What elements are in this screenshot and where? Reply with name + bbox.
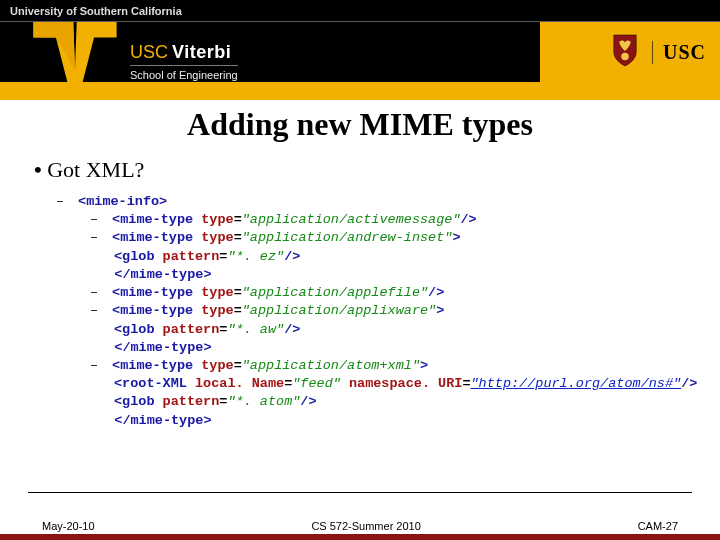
code-line-11: <root-XML local. Name="feed" namespace. … (56, 375, 692, 393)
code-line-6: – <mime-type type="application/applefile… (56, 284, 692, 302)
viterbi-school-line: School of Engineering (130, 65, 238, 81)
svg-point-0 (621, 53, 629, 61)
code-line-8: <glob pattern="*. aw"/> (56, 321, 692, 339)
usc-shield-block: USC (610, 33, 706, 71)
viterbi-text: USCViterbi School of Engineering (130, 42, 238, 81)
code-line-13: </mime-type> (56, 412, 692, 430)
bullet-got-xml: Got XML? (34, 157, 692, 183)
code-line-4: <glob pattern="*. ez"/> (56, 248, 692, 266)
usc-shield-icon (610, 33, 640, 71)
footer-date: May-20-10 (42, 520, 95, 532)
footer-divider (28, 492, 692, 493)
slide-body: Adding new MIME types Got XML? – <mime-i… (0, 100, 720, 430)
university-name: University of Southern California (10, 5, 182, 17)
usc-wordmark: USC (652, 41, 706, 64)
code-line-1: – <mime-info> (56, 193, 692, 211)
viterbi-usc-prefix: USC (130, 42, 168, 62)
code-line-9: </mime-type> (56, 339, 692, 357)
code-line-5: </mime-type> (56, 266, 692, 284)
slide-footer: May-20-10 CS 572-Summer 2010 CAM-27 (0, 492, 720, 540)
viterbi-logo-block: USCViterbi School of Engineering (30, 22, 238, 100)
header-gold-area: USC (540, 22, 720, 82)
slide-title: Adding new MIME types (28, 106, 692, 143)
footer-course: CS 572-Summer 2010 (311, 520, 420, 532)
code-line-10: – <mime-type type="application/atom+xml"… (56, 357, 692, 375)
viterbi-v-icon (30, 22, 120, 100)
code-line-7: – <mime-type type="application/applixwar… (56, 302, 692, 320)
xml-code-block: – <mime-info> – <mime-type type="applica… (56, 193, 692, 430)
code-line-12: <glob pattern="*. atom"/> (56, 393, 692, 411)
code-line-2: – <mime-type type="application/activemes… (56, 211, 692, 229)
viterbi-line1: USCViterbi (130, 42, 238, 63)
footer-line: May-20-10 CS 572-Summer 2010 CAM-27 (0, 520, 720, 532)
viterbi-name: Viterbi (172, 42, 231, 62)
header-university-bar: University of Southern California (0, 0, 720, 22)
footer-red-bar (0, 534, 720, 540)
slide-header: University of Southern California USC (0, 0, 720, 100)
code-line-3: – <mime-type type="application/andrew-in… (56, 229, 692, 247)
footer-page: CAM-27 (638, 520, 678, 532)
